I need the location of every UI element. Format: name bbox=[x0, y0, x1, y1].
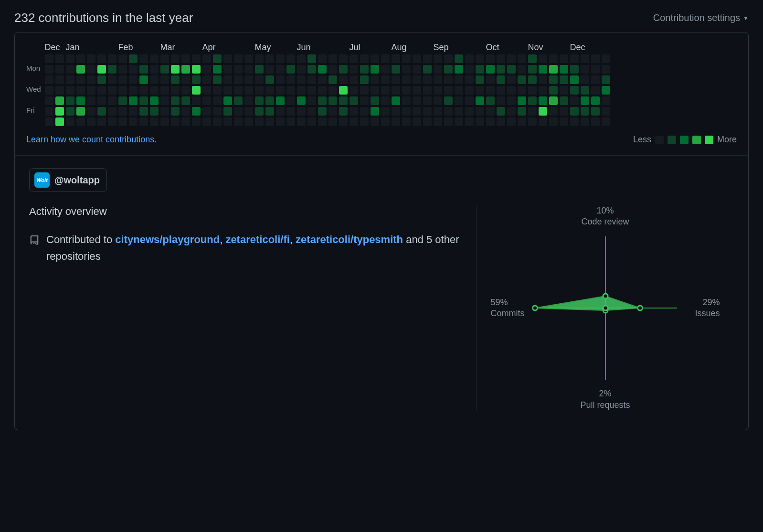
contribution-cell[interactable] bbox=[66, 54, 74, 63]
contribution-cell[interactable] bbox=[518, 75, 526, 84]
contribution-cell[interactable] bbox=[434, 54, 442, 63]
contribution-cell[interactable] bbox=[55, 96, 64, 105]
contribution-cell[interactable] bbox=[444, 75, 453, 84]
contribution-cell[interactable] bbox=[329, 54, 337, 63]
contribution-cell[interactable] bbox=[87, 117, 95, 126]
contribution-cell[interactable] bbox=[560, 65, 568, 74]
contribution-cell[interactable] bbox=[455, 86, 463, 95]
contribution-cell[interactable] bbox=[223, 86, 232, 95]
contribution-cell[interactable] bbox=[202, 65, 211, 74]
contribution-cell[interactable] bbox=[181, 65, 190, 74]
contribution-cell[interactable] bbox=[318, 117, 327, 126]
contribution-cell[interactable] bbox=[171, 107, 180, 116]
contribution-cell[interactable] bbox=[360, 117, 369, 126]
contribution-cell[interactable] bbox=[139, 75, 148, 84]
contribution-cell[interactable] bbox=[476, 117, 484, 126]
contribution-cell[interactable] bbox=[497, 65, 505, 74]
contribution-cell[interactable] bbox=[507, 75, 516, 84]
contribution-cell[interactable] bbox=[518, 86, 526, 95]
contribution-cell[interactable] bbox=[318, 75, 327, 84]
contribution-cell[interactable] bbox=[539, 75, 547, 84]
contribution-cell[interactable] bbox=[591, 117, 600, 126]
contribution-cell[interactable] bbox=[350, 75, 358, 84]
contribution-cell[interactable] bbox=[497, 117, 505, 126]
contribution-cell[interactable] bbox=[297, 96, 306, 105]
contribution-cell[interactable] bbox=[518, 96, 526, 105]
contribution-cell[interactable] bbox=[255, 86, 264, 95]
contribution-cell[interactable] bbox=[602, 107, 610, 116]
contribution-cell[interactable] bbox=[465, 75, 474, 84]
contribution-cell[interactable] bbox=[371, 65, 379, 74]
contribution-cell[interactable] bbox=[108, 75, 117, 84]
contribution-cell[interactable] bbox=[455, 96, 463, 105]
contribution-cell[interactable] bbox=[276, 117, 285, 126]
contribution-cell[interactable] bbox=[234, 54, 243, 63]
contribution-cell[interactable] bbox=[381, 86, 390, 95]
contribution-cell[interactable] bbox=[392, 96, 400, 105]
contribution-cell[interactable] bbox=[129, 75, 138, 84]
contribution-cell[interactable] bbox=[307, 65, 316, 74]
contribution-cell[interactable] bbox=[255, 65, 264, 74]
contribution-cell[interactable] bbox=[318, 65, 327, 74]
contribution-cell[interactable] bbox=[465, 107, 474, 116]
contribution-cell[interactable] bbox=[381, 117, 390, 126]
contribution-cell[interactable] bbox=[66, 75, 74, 84]
contribution-cell[interactable] bbox=[434, 107, 442, 116]
contribution-cell[interactable] bbox=[150, 86, 159, 95]
contribution-cell[interactable] bbox=[66, 65, 74, 74]
contribution-cell[interactable] bbox=[202, 54, 211, 63]
contribution-cell[interactable] bbox=[423, 75, 432, 84]
contribution-cell[interactable] bbox=[45, 54, 53, 63]
contribution-cell[interactable] bbox=[413, 86, 421, 95]
contribution-cell[interactable] bbox=[297, 75, 306, 84]
contribution-cell[interactable] bbox=[286, 107, 295, 116]
contribution-cell[interactable] bbox=[66, 96, 74, 105]
contribution-cell[interactable] bbox=[202, 107, 211, 116]
contribution-cell[interactable] bbox=[244, 96, 253, 105]
contribution-cell[interactable] bbox=[118, 117, 127, 126]
contribution-cell[interactable] bbox=[160, 75, 169, 84]
contribution-cell[interactable] bbox=[55, 75, 64, 84]
contribution-cell[interactable] bbox=[570, 65, 579, 74]
contribution-cell[interactable] bbox=[602, 75, 610, 84]
contribution-cell[interactable] bbox=[45, 96, 53, 105]
contribution-cell[interactable] bbox=[265, 107, 274, 116]
contribution-cell[interactable] bbox=[423, 96, 432, 105]
contribution-cell[interactable] bbox=[192, 65, 201, 74]
contribution-cell[interactable] bbox=[518, 117, 526, 126]
contribution-cell[interactable] bbox=[444, 86, 453, 95]
contribution-cell[interactable] bbox=[581, 54, 589, 63]
contribution-cell[interactable] bbox=[581, 107, 589, 116]
contribution-cell[interactable] bbox=[181, 86, 190, 95]
contribution-cell[interactable] bbox=[255, 96, 264, 105]
contribution-cell[interactable] bbox=[139, 117, 148, 126]
contribution-cell[interactable] bbox=[265, 75, 274, 84]
contribution-cell[interactable] bbox=[371, 54, 379, 63]
contribution-cell[interactable] bbox=[181, 96, 190, 105]
contribution-cell[interactable] bbox=[591, 86, 600, 95]
contribution-cell[interactable] bbox=[213, 86, 222, 95]
contribution-cell[interactable] bbox=[76, 86, 85, 95]
contribution-cell[interactable] bbox=[486, 107, 495, 116]
contribution-cell[interactable] bbox=[413, 107, 421, 116]
contribution-cell[interactable] bbox=[528, 117, 537, 126]
contribution-cell[interactable] bbox=[307, 107, 316, 116]
contribution-cell[interactable] bbox=[434, 65, 442, 74]
contribution-cell[interactable] bbox=[402, 107, 411, 116]
contribution-cell[interactable] bbox=[476, 54, 484, 63]
contribution-cell[interactable] bbox=[160, 86, 169, 95]
contribution-cell[interactable] bbox=[476, 86, 484, 95]
contribution-cell[interactable] bbox=[55, 65, 64, 74]
contribution-cell[interactable] bbox=[329, 75, 337, 84]
contribution-cell[interactable] bbox=[602, 65, 610, 74]
contribution-cell[interactable] bbox=[476, 75, 484, 84]
contribution-cell[interactable] bbox=[423, 54, 432, 63]
contribution-cell[interactable] bbox=[560, 96, 568, 105]
contribution-cell[interactable] bbox=[591, 75, 600, 84]
contribution-cell[interactable] bbox=[350, 117, 358, 126]
contribution-cell[interactable] bbox=[87, 107, 95, 116]
contribution-cell[interactable] bbox=[307, 75, 316, 84]
contribution-cell[interactable] bbox=[392, 65, 400, 74]
contribution-cell[interactable] bbox=[276, 96, 285, 105]
contribution-cell[interactable] bbox=[591, 107, 600, 116]
